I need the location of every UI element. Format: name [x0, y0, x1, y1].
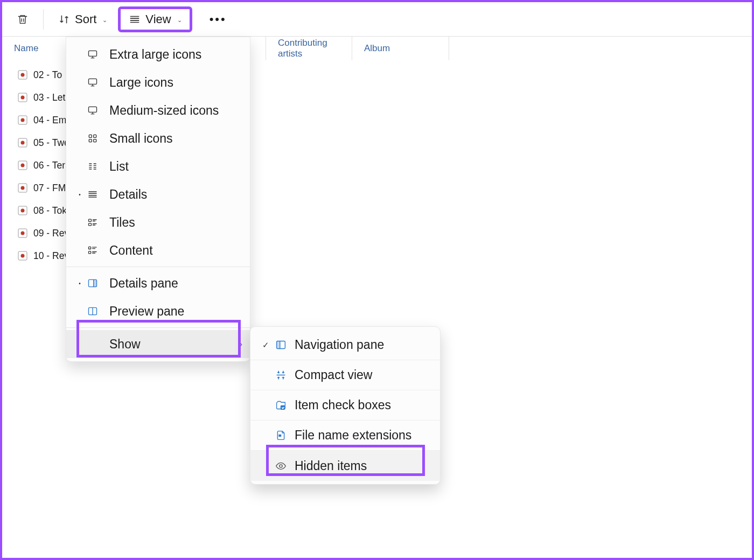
menu-large-icons[interactable]: Large icons	[66, 68, 250, 96]
sort-icon	[58, 13, 71, 26]
svg-rect-21	[89, 135, 92, 137]
menu-preview-pane[interactable]: Preview pane	[66, 297, 250, 325]
svg-point-15	[21, 232, 25, 235]
svg-rect-26	[89, 223, 92, 226]
audio-file-icon	[17, 160, 28, 171]
list-item[interactable]: 06 - Ter	[17, 154, 69, 177]
audio-file-icon	[17, 115, 28, 125]
svg-rect-25	[89, 219, 92, 221]
svg-rect-28	[89, 251, 91, 254]
list-lines-icon	[128, 13, 141, 26]
submenu-hidden-items[interactable]: Hidden items	[250, 451, 440, 481]
svg-rect-23	[89, 139, 92, 142]
svg-rect-19	[89, 79, 97, 84]
col-artists[interactable]: Contributing artists	[266, 37, 352, 60]
col-album[interactable]: Album	[352, 37, 449, 60]
audio-file-icon	[17, 205, 28, 216]
list-item[interactable]: 03 - Let	[17, 86, 69, 109]
view-dropdown: Extra large icons Large icons Medium-siz…	[66, 37, 250, 362]
grid-icon	[86, 133, 100, 144]
submenu-compact-view[interactable]: Compact view	[250, 360, 440, 390]
audio-file-icon	[17, 183, 28, 193]
chevron-right-icon: ›	[240, 340, 242, 348]
svg-point-17	[21, 254, 25, 258]
svg-point-3	[21, 96, 25, 100]
audio-file-icon	[17, 250, 28, 261]
menu-extra-large-icons[interactable]: Extra large icons	[66, 40, 250, 68]
svg-rect-24	[94, 139, 96, 142]
list-item[interactable]: 09 - Rev	[17, 222, 69, 244]
monitor-icon	[86, 77, 100, 88]
file-ext-icon	[273, 430, 288, 441]
submenu-file-name-extensions[interactable]: File name extensions	[250, 421, 440, 451]
menu-list[interactable]: List	[66, 152, 250, 180]
view-button[interactable]: View ⌄	[118, 6, 192, 32]
list-item[interactable]: 10 - Rev	[17, 244, 69, 267]
delete-button[interactable]	[10, 9, 36, 30]
submenu-navigation-pane[interactable]: ✓ Navigation pane	[250, 330, 440, 360]
list-item[interactable]: 02 - To	[17, 64, 69, 86]
menu-details-pane[interactable]: • Details pane	[66, 269, 250, 297]
nav-pane-icon	[273, 339, 288, 351]
bullet-active-icon: •	[74, 281, 86, 286]
divider	[43, 9, 44, 30]
menu-divider	[66, 327, 250, 328]
content-icon	[86, 245, 100, 256]
eye-icon	[273, 460, 288, 472]
svg-point-11	[21, 186, 25, 190]
ellipsis-icon: •••	[210, 12, 227, 26]
show-submenu: ✓ Navigation pane Compact view Item chec…	[250, 326, 441, 485]
menu-details[interactable]: • Details	[66, 180, 250, 208]
sort-button[interactable]: Sort ⌄	[51, 8, 114, 31]
menu-show[interactable]: Show ›	[66, 330, 250, 358]
tiles-icon	[86, 217, 100, 228]
svg-point-5	[21, 118, 25, 122]
trash-icon	[16, 13, 29, 26]
svg-rect-18	[89, 51, 97, 56]
svg-point-9	[21, 164, 25, 167]
menu-tiles[interactable]: Tiles	[66, 208, 250, 236]
svg-rect-20	[89, 107, 97, 112]
monitor-icon	[86, 105, 100, 116]
list-icon	[86, 161, 100, 172]
menu-medium-icons[interactable]: Medium-sized icons	[66, 96, 250, 124]
audio-file-icon	[17, 228, 28, 239]
svg-point-1	[21, 73, 25, 77]
view-label: View	[145, 12, 171, 26]
svg-point-7	[21, 141, 25, 145]
svg-rect-35	[279, 435, 281, 437]
bullet-active-icon: •	[74, 192, 86, 198]
compact-icon	[273, 369, 288, 381]
svg-rect-27	[89, 247, 91, 249]
audio-file-icon	[17, 92, 28, 103]
audio-file-icon	[17, 137, 28, 148]
list-item[interactable]: 08 - Tok	[17, 199, 69, 222]
chevron-down-icon: ⌄	[177, 17, 182, 24]
list-item[interactable]: 05 - Twe	[17, 131, 69, 154]
check-icon: ✓	[258, 340, 273, 350]
more-button[interactable]: •••	[203, 8, 233, 31]
svg-point-13	[21, 209, 25, 213]
menu-divider	[66, 267, 250, 267]
svg-point-36	[279, 464, 282, 467]
audio-file-icon	[17, 69, 28, 80]
monitor-icon	[86, 49, 100, 60]
checkbox-folder-icon	[273, 400, 288, 411]
menu-content[interactable]: Content	[66, 236, 250, 264]
details-pane-icon	[86, 278, 100, 289]
submenu-item-check-boxes[interactable]: Item check boxes	[250, 390, 440, 421]
chevron-down-icon: ⌄	[102, 17, 107, 24]
svg-rect-22	[94, 135, 96, 137]
list-item[interactable]: 07 - FM	[17, 177, 69, 199]
svg-rect-30	[94, 280, 96, 286]
file-list: 02 - To 03 - Let 04 - Em 05 - Twe 06 - T…	[2, 37, 69, 558]
toolbar: Sort ⌄ View ⌄ •••	[2, 2, 752, 37]
sort-label: Sort	[75, 12, 96, 26]
list-lines-icon	[86, 189, 100, 200]
svg-rect-33	[277, 341, 279, 348]
menu-small-icons[interactable]: Small icons	[66, 124, 250, 152]
preview-pane-icon	[86, 306, 100, 317]
list-item[interactable]: 04 - Em	[17, 109, 69, 131]
